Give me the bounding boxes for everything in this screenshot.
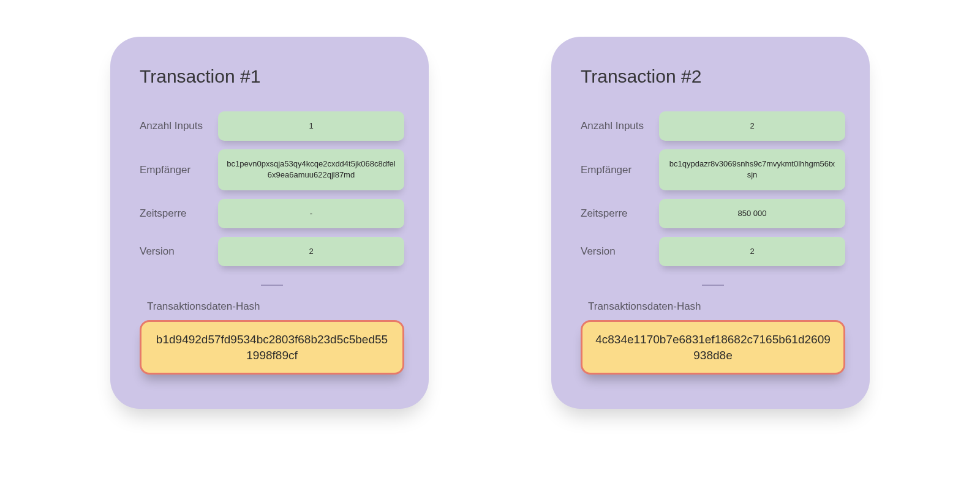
field-row-version: Version 2 [140,237,404,266]
hash-label: Transaktionsdaten-Hash [588,300,845,313]
field-value: 850 000 [659,199,845,228]
field-list: Anzahl Inputs 1 Empfänger bc1pevn0pxsqja… [140,111,404,266]
field-list: Anzahl Inputs 2 Empfänger bc1qypdazr8v30… [581,111,845,266]
field-row-inputs: Anzahl Inputs 1 [140,111,404,141]
field-value: bc1pevn0pxsqja53qy4kcqe2cxdd4t5jk068c8df… [218,149,404,190]
field-row-recipient: Empfänger bc1qypdazr8v3069snhs9c7mvykmt0… [581,149,845,190]
field-row-recipient: Empfänger bc1pevn0pxsqja53qy4kcqe2cxdd4t… [140,149,404,190]
card-title: Transaction #1 [140,66,404,87]
field-row-locktime: Zeitsperre 850 000 [581,199,845,228]
field-label: Anzahl Inputs [581,119,648,132]
field-value: 2 [659,237,845,266]
divider-wrap [140,285,404,286]
field-row-inputs: Anzahl Inputs 2 [581,111,845,141]
divider-wrap [581,285,845,286]
field-value: bc1qypdazr8v3069snhs9c7mvykmt0lhhgm56txs… [659,149,845,190]
divider [261,285,283,286]
field-value: 2 [659,111,845,141]
field-value: - [218,199,404,228]
transaction-card-2: Transaction #2 Anzahl Inputs 2 Empfänger… [551,37,870,409]
field-label: Empfänger [140,163,207,176]
field-value: 1 [218,111,404,141]
field-value: 2 [218,237,404,266]
field-label: Version [581,245,648,258]
transaction-card-1: Transaction #1 Anzahl Inputs 1 Empfänger… [110,37,429,409]
hash-value: b1d9492d57fd9534bc2803f68b23d5c5bed55199… [140,320,404,375]
field-row-version: Version 2 [581,237,845,266]
divider [702,285,724,286]
field-label: Anzahl Inputs [140,119,207,132]
card-title: Transaction #2 [581,66,845,87]
field-label: Empfänger [581,163,648,176]
field-row-locktime: Zeitsperre - [140,199,404,228]
field-label: Zeitsperre [140,207,207,220]
field-label: Version [140,245,207,258]
field-label: Zeitsperre [581,207,648,220]
hash-value: 4c834e1170b7e6831ef18682c7165b61d2609938… [581,320,845,375]
hash-label: Transaktionsdaten-Hash [147,300,404,313]
